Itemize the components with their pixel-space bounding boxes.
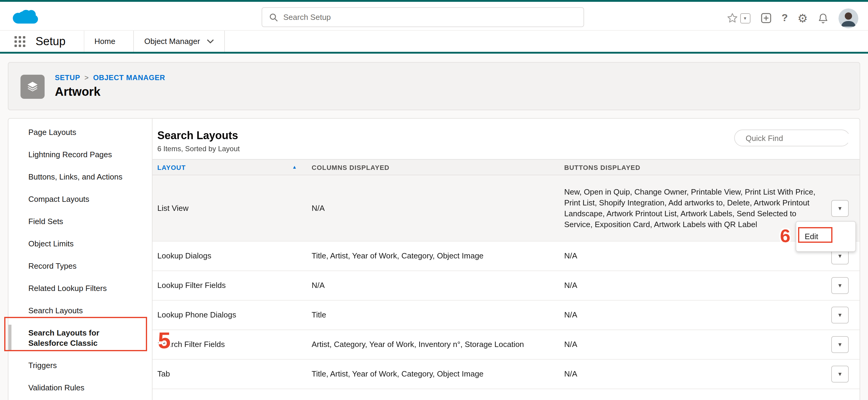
search-setup-input[interactable] xyxy=(283,13,576,22)
layout-name-cell: Lookup Dialogs xyxy=(153,241,307,270)
object-header-card: SETUP > OBJECT MANAGER Artwork xyxy=(8,62,860,110)
row-actions-dropdown-button[interactable]: ▼ xyxy=(831,277,849,294)
tab-object-manager[interactable]: Object Manager xyxy=(133,31,225,52)
columns-displayed-cell: N/A xyxy=(307,175,559,241)
notifications-button[interactable] xyxy=(817,12,829,24)
favorites-dropdown-button[interactable]: ▾ xyxy=(740,13,750,23)
layout-name-cell: Search Filter Fields xyxy=(153,330,307,359)
sidebar-item-validation-rules[interactable]: Validation Rules xyxy=(8,376,152,399)
layout-name-cell: Lookup Phone Dialogs xyxy=(153,301,307,330)
layout-name-cell: List View xyxy=(153,175,307,241)
buttons-displayed-cell: N/A xyxy=(559,301,820,330)
setup-search-bar xyxy=(261,7,584,27)
object-title: Artwork xyxy=(55,85,100,99)
items-count-text: 6 Items, Sorted by Layout xyxy=(157,144,850,159)
menu-item-edit[interactable]: Edit xyxy=(796,228,855,244)
quick-find-box xyxy=(734,130,850,146)
sidebar-item-search-layouts[interactable]: Search Layouts xyxy=(8,299,152,322)
breadcrumb-setup-link[interactable]: SETUP xyxy=(55,73,80,82)
columns-displayed-cell: Title, Artist, Year of Work, Category, O… xyxy=(307,360,559,389)
row-actions-cell: ▼ xyxy=(820,330,860,359)
setup-nav-bar: Setup Home Object Manager xyxy=(0,31,868,54)
breadcrumb: SETUP > OBJECT MANAGER xyxy=(55,73,165,82)
search-icon xyxy=(270,13,278,22)
buttons-displayed-cell: N/A xyxy=(559,360,820,389)
salesforce-cloud-logo[interactable] xyxy=(11,8,38,27)
row-actions-dropdown-button[interactable]: ▼ xyxy=(831,336,849,353)
chevron-down-icon: ▼ xyxy=(837,280,843,291)
column-header-columns-displayed: COLUMNS DISPLAYED xyxy=(307,160,559,175)
global-actions-button[interactable] xyxy=(760,12,772,24)
breadcrumb-object-manager-link[interactable]: OBJECT MANAGER xyxy=(93,73,165,82)
row-actions-menu: Edit xyxy=(796,221,856,252)
layers-icon xyxy=(26,80,39,93)
avatar-photo xyxy=(838,8,858,28)
chevron-down-icon: ▼ xyxy=(837,369,843,379)
sidebar-item-buttons-links-actions[interactable]: Buttons, Links, and Actions xyxy=(8,166,152,188)
sidebar-item-lightning-record-pages[interactable]: Lightning Record Pages xyxy=(8,143,152,166)
column-header-buttons-displayed: BUTTONS DISPLAYED xyxy=(559,160,820,175)
setup-gear-button[interactable]: ⚙ xyxy=(798,12,808,24)
buttons-displayed-cell: N/A xyxy=(559,241,820,270)
sidebar-item-page-layouts[interactable]: Page Layouts xyxy=(8,121,152,143)
sidebar-item-field-sets[interactable]: Field Sets xyxy=(8,210,152,233)
table-row-lookup-dialogs: Lookup Dialogs Title, Artist, Year of Wo… xyxy=(153,241,860,271)
chevron-down-icon: ▼ xyxy=(837,203,843,213)
bell-icon xyxy=(817,12,829,24)
columns-displayed-cell: N/A xyxy=(307,271,559,300)
layout-name-cell: Tab xyxy=(153,360,307,389)
breadcrumb-separator: > xyxy=(84,73,89,82)
buttons-displayed-cell: N/A xyxy=(559,271,820,300)
columns-displayed-cell: Artist, Category, Year of Work, Inventor… xyxy=(307,330,559,359)
column-header-layout-label: LAYOUT xyxy=(157,164,186,171)
global-header: ▾ ? ⚙ xyxy=(0,0,868,31)
quick-find-input[interactable] xyxy=(746,133,852,142)
table-row-search-filter-fields: Search Filter Fields Artist, Category, Y… xyxy=(153,330,860,360)
row-actions-cell: ▼ xyxy=(820,360,860,389)
column-header-layout[interactable]: LAYOUT ▲ xyxy=(153,160,307,175)
tab-home-label: Home xyxy=(94,37,115,46)
sidebar-item-search-layouts-classic[interactable]: Search Layouts for Salesforce Classic xyxy=(8,322,152,354)
gear-icon: ⚙ xyxy=(798,12,808,24)
header-actions: ▾ ? ⚙ xyxy=(726,4,858,33)
caret-down-icon: ▾ xyxy=(744,15,746,21)
salesforce-setup-window: ▾ ? ⚙ xyxy=(0,0,868,400)
row-actions-cell: ▼ xyxy=(820,301,860,330)
table-row-lookup-filter-fields: Lookup Filter Fields N/A N/A ▼ xyxy=(153,271,860,301)
plus-box-icon xyxy=(760,12,772,24)
columns-displayed-cell: Title, Artist, Year of Work, Category, O… xyxy=(307,241,559,270)
column-header-actions xyxy=(820,160,860,175)
cloud-icon xyxy=(11,8,38,27)
sort-ascending-icon: ▲ xyxy=(292,164,297,170)
tab-home[interactable]: Home xyxy=(84,31,125,52)
sidebar-item-record-types[interactable]: Record Types xyxy=(8,255,152,277)
object-settings-sidebar: Page Layouts Lightning Record Pages Butt… xyxy=(8,119,153,400)
sidebar-item-related-lookup-filters[interactable]: Related Lookup Filters xyxy=(8,277,152,299)
object-icon xyxy=(21,75,44,99)
table-row-list-view: List View N/A New, Open in Quip, Change … xyxy=(153,175,860,241)
tab-object-manager-label: Object Manager xyxy=(144,37,200,46)
sidebar-item-triggers[interactable]: Triggers xyxy=(8,354,152,376)
chevron-down-icon xyxy=(207,39,214,43)
columns-displayed-cell: Title xyxy=(307,301,559,330)
chevron-down-icon: ▼ xyxy=(837,251,843,261)
object-manager-panel: Page Layouts Lightning Record Pages Butt… xyxy=(8,118,860,400)
sidebar-item-compact-layouts[interactable]: Compact Layouts xyxy=(8,188,152,210)
favorites-star-icon[interactable] xyxy=(726,12,738,24)
user-avatar[interactable] xyxy=(838,8,858,28)
app-launcher-icon[interactable] xyxy=(14,36,25,47)
row-actions-dropdown-button[interactable]: ▼ xyxy=(831,366,849,382)
favorites-control: ▾ xyxy=(726,12,750,24)
app-title: Setup xyxy=(36,35,65,48)
table-row-lookup-phone-dialogs: Lookup Phone Dialogs Title N/A ▼ xyxy=(153,301,860,330)
row-actions-dropdown-button[interactable]: ▼ xyxy=(831,307,849,324)
help-button[interactable]: ? xyxy=(781,12,788,24)
sidebar-item-object-limits[interactable]: Object Limits xyxy=(8,233,152,255)
buttons-displayed-cell: New, Open in Quip, Change Owner, Printab… xyxy=(559,175,820,241)
row-actions-dropdown-button[interactable]: ▼ xyxy=(831,200,849,216)
search-layouts-content: Search Layouts 6 Items, Sorted by Layout… xyxy=(153,119,860,400)
table-row-tab: Tab Title, Artist, Year of Work, Categor… xyxy=(153,360,860,389)
buttons-displayed-cell: N/A xyxy=(559,330,820,359)
chevron-down-icon: ▼ xyxy=(837,310,843,321)
question-mark-icon: ? xyxy=(781,12,788,24)
